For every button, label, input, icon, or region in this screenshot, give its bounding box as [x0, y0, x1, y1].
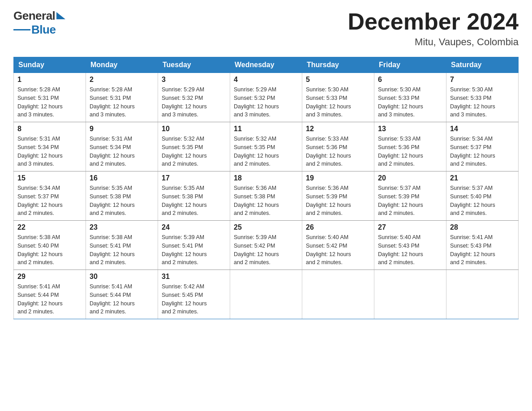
day-info: Sunrise: 5:39 AM Sunset: 5:41 PM Dayligh…: [162, 233, 226, 267]
calendar-cell: 10 Sunrise: 5:32 AM Sunset: 5:35 PM Dayl…: [158, 122, 230, 171]
logo-triangle-icon: [56, 12, 65, 19]
day-info: Sunrise: 5:32 AM Sunset: 5:35 PM Dayligh…: [162, 135, 226, 168]
day-info: Sunrise: 5:36 AM Sunset: 5:38 PM Dayligh…: [234, 184, 298, 218]
calendar-cell: 18 Sunrise: 5:36 AM Sunset: 5:38 PM Dayl…: [230, 171, 302, 221]
day-number: 2: [90, 76, 154, 84]
calendar-cell: 26 Sunrise: 5:40 AM Sunset: 5:42 PM Dayl…: [302, 221, 374, 270]
day-info: Sunrise: 5:41 AM Sunset: 5:43 PM Dayligh…: [450, 233, 515, 267]
day-number: 31: [162, 273, 226, 281]
day-number: 4: [234, 76, 298, 84]
day-number: 10: [162, 125, 226, 133]
day-info: Sunrise: 5:37 AM Sunset: 5:40 PM Dayligh…: [450, 184, 515, 218]
calendar-cell: 11 Sunrise: 5:32 AM Sunset: 5:35 PM Dayl…: [230, 122, 302, 171]
logo: General Blue: [13, 9, 65, 37]
day-number: 19: [306, 174, 370, 182]
day-number: 16: [90, 174, 154, 182]
day-number: 18: [234, 174, 298, 182]
day-number: 25: [234, 223, 298, 231]
calendar-header-row: Sunday Monday Tuesday Wednesday Thursday…: [14, 57, 519, 73]
day-info: Sunrise: 5:31 AM Sunset: 5:34 PM Dayligh…: [90, 135, 154, 168]
calendar-cell: 3 Sunrise: 5:29 AM Sunset: 5:32 PM Dayli…: [158, 73, 230, 122]
day-info: Sunrise: 5:31 AM Sunset: 5:34 PM Dayligh…: [17, 135, 82, 168]
calendar-cell: 31 Sunrise: 5:42 AM Sunset: 5:45 PM Dayl…: [158, 270, 230, 319]
calendar-week-row-2: 8 Sunrise: 5:31 AM Sunset: 5:34 PM Dayli…: [14, 122, 519, 171]
day-info: Sunrise: 5:34 AM Sunset: 5:37 PM Dayligh…: [450, 135, 515, 168]
day-number: 28: [450, 223, 515, 231]
day-number: 3: [162, 76, 226, 84]
day-number: 14: [450, 125, 515, 133]
day-info: Sunrise: 5:30 AM Sunset: 5:33 PM Dayligh…: [378, 86, 442, 119]
calendar-cell: 24 Sunrise: 5:39 AM Sunset: 5:41 PM Dayl…: [158, 221, 230, 270]
calendar-cell: 22 Sunrise: 5:38 AM Sunset: 5:40 PM Dayl…: [14, 221, 86, 270]
calendar-cell: [374, 270, 446, 319]
day-number: 30: [90, 273, 154, 281]
calendar-cell: 28 Sunrise: 5:41 AM Sunset: 5:43 PM Dayl…: [446, 221, 519, 270]
header-monday: Monday: [86, 57, 158, 73]
day-info: Sunrise: 5:28 AM Sunset: 5:31 PM Dayligh…: [90, 86, 154, 119]
day-info: Sunrise: 5:30 AM Sunset: 5:33 PM Dayligh…: [306, 86, 370, 119]
header-friday: Friday: [374, 57, 446, 73]
day-info: Sunrise: 5:29 AM Sunset: 5:32 PM Dayligh…: [162, 86, 226, 119]
day-number: 13: [378, 125, 442, 133]
day-info: Sunrise: 5:36 AM Sunset: 5:39 PM Dayligh…: [306, 184, 370, 218]
day-number: 26: [306, 223, 370, 231]
calendar-table: Sunday Monday Tuesday Wednesday Thursday…: [13, 57, 519, 319]
day-number: 8: [17, 125, 82, 133]
day-info: Sunrise: 5:34 AM Sunset: 5:37 PM Dayligh…: [17, 184, 82, 218]
day-number: 22: [17, 223, 82, 231]
calendar-week-row-3: 15 Sunrise: 5:34 AM Sunset: 5:37 PM Dayl…: [14, 171, 519, 221]
header-sunday: Sunday: [14, 57, 86, 73]
day-info: Sunrise: 5:42 AM Sunset: 5:45 PM Dayligh…: [162, 283, 226, 316]
calendar-cell: 12 Sunrise: 5:33 AM Sunset: 5:36 PM Dayl…: [302, 122, 374, 171]
day-info: Sunrise: 5:37 AM Sunset: 5:39 PM Dayligh…: [378, 184, 442, 218]
day-number: 11: [234, 125, 298, 133]
calendar-cell: 8 Sunrise: 5:31 AM Sunset: 5:34 PM Dayli…: [14, 122, 86, 171]
calendar-cell: 16 Sunrise: 5:35 AM Sunset: 5:38 PM Dayl…: [86, 171, 158, 221]
logo-general-text: General: [13, 9, 55, 23]
day-number: 27: [378, 223, 442, 231]
calendar-cell: 1 Sunrise: 5:28 AM Sunset: 5:31 PM Dayli…: [14, 73, 86, 122]
day-number: 6: [378, 76, 442, 84]
calendar-cell: 2 Sunrise: 5:28 AM Sunset: 5:31 PM Dayli…: [86, 73, 158, 122]
calendar-cell: 13 Sunrise: 5:33 AM Sunset: 5:36 PM Dayl…: [374, 122, 446, 171]
calendar-cell: 15 Sunrise: 5:34 AM Sunset: 5:37 PM Dayl…: [14, 171, 86, 221]
header-saturday: Saturday: [446, 57, 519, 73]
calendar-cell: [302, 270, 374, 319]
month-title: December 2024: [348, 9, 519, 34]
day-number: 23: [90, 223, 154, 231]
day-number: 12: [306, 125, 370, 133]
calendar-cell: 4 Sunrise: 5:29 AM Sunset: 5:32 PM Dayli…: [230, 73, 302, 122]
day-info: Sunrise: 5:32 AM Sunset: 5:35 PM Dayligh…: [234, 135, 298, 168]
calendar-cell: 27 Sunrise: 5:40 AM Sunset: 5:43 PM Dayl…: [374, 221, 446, 270]
day-info: Sunrise: 5:28 AM Sunset: 5:31 PM Dayligh…: [17, 86, 82, 119]
day-number: 20: [378, 174, 442, 182]
calendar-cell: [230, 270, 302, 319]
day-info: Sunrise: 5:41 AM Sunset: 5:44 PM Dayligh…: [17, 283, 82, 316]
day-number: 7: [450, 76, 515, 84]
location-subtitle: Mitu, Vaupes, Colombia: [348, 36, 519, 48]
day-number: 9: [90, 125, 154, 133]
calendar-cell: 6 Sunrise: 5:30 AM Sunset: 5:33 PM Dayli…: [374, 73, 446, 122]
day-info: Sunrise: 5:38 AM Sunset: 5:40 PM Dayligh…: [17, 233, 82, 267]
day-number: 17: [162, 174, 226, 182]
day-info: Sunrise: 5:35 AM Sunset: 5:38 PM Dayligh…: [90, 184, 154, 218]
day-number: 1: [17, 76, 82, 84]
calendar-cell: 5 Sunrise: 5:30 AM Sunset: 5:33 PM Dayli…: [302, 73, 374, 122]
calendar-cell: 23 Sunrise: 5:38 AM Sunset: 5:41 PM Dayl…: [86, 221, 158, 270]
calendar-cell: 17 Sunrise: 5:35 AM Sunset: 5:38 PM Dayl…: [158, 171, 230, 221]
day-number: 15: [17, 174, 82, 182]
day-number: 21: [450, 174, 515, 182]
calendar-week-row-4: 22 Sunrise: 5:38 AM Sunset: 5:40 PM Dayl…: [14, 221, 519, 270]
calendar-cell: 19 Sunrise: 5:36 AM Sunset: 5:39 PM Dayl…: [302, 171, 374, 221]
calendar-week-row-1: 1 Sunrise: 5:28 AM Sunset: 5:31 PM Dayli…: [14, 73, 519, 122]
calendar-week-row-5: 29 Sunrise: 5:41 AM Sunset: 5:44 PM Dayl…: [14, 270, 519, 319]
day-info: Sunrise: 5:40 AM Sunset: 5:42 PM Dayligh…: [306, 233, 370, 267]
calendar-cell: [446, 270, 519, 319]
day-info: Sunrise: 5:33 AM Sunset: 5:36 PM Dayligh…: [306, 135, 370, 168]
header-thursday: Thursday: [302, 57, 374, 73]
logo-blue-text: Blue: [31, 23, 56, 37]
calendar-cell: 20 Sunrise: 5:37 AM Sunset: 5:39 PM Dayl…: [374, 171, 446, 221]
day-info: Sunrise: 5:39 AM Sunset: 5:42 PM Dayligh…: [234, 233, 298, 267]
logo-underline: [13, 29, 30, 30]
day-info: Sunrise: 5:35 AM Sunset: 5:38 PM Dayligh…: [162, 184, 226, 218]
